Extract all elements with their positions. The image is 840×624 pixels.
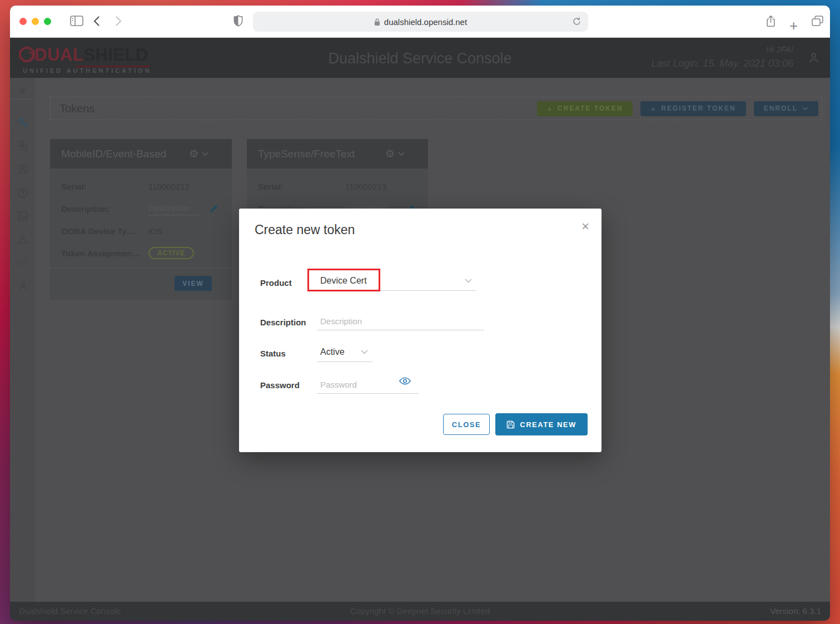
gear-icon: ⚙ xyxy=(385,148,395,159)
desktop-background: dualshield.opensid.net + DUALSHIELD UNIF… xyxy=(0,0,840,624)
status-label: Status xyxy=(260,349,286,358)
sidebar-toggle-icon[interactable] xyxy=(70,16,83,26)
field-label: Serial: xyxy=(61,182,148,191)
lock-icon xyxy=(374,18,380,26)
address-bar[interactable]: dualshield.opensid.net xyxy=(253,12,588,32)
app-footer: Dualshield Service Console Copyright © D… xyxy=(10,602,830,621)
view-button[interactable]: VIEW xyxy=(175,276,212,291)
tab-overview-icon[interactable] xyxy=(812,16,823,27)
reload-icon[interactable] xyxy=(572,17,581,26)
create-token-button[interactable]: + CREATE TOKEN xyxy=(537,101,633,116)
token-card: MobileID/Event-Based ⚙ Serial: 110000212… xyxy=(50,139,232,300)
logo-tagline: UNIFIED AUTHENTICATION xyxy=(23,67,152,74)
id-card-icon xyxy=(18,164,28,174)
modal-description-input[interactable] xyxy=(317,312,484,330)
card-settings[interactable]: ⚙ xyxy=(189,148,221,159)
tokens-title: Tokens xyxy=(59,102,95,115)
password-label: Password xyxy=(260,380,300,390)
field-row-assignment: Token Assignmen… ACTIVE xyxy=(61,242,221,264)
enroll-button[interactable]: ENROLL xyxy=(754,101,818,116)
product-label: Product xyxy=(260,278,292,288)
chevron-down-icon xyxy=(398,152,405,156)
grid-dots-icon xyxy=(18,259,27,266)
create-token-label: CREATE TOKEN xyxy=(558,105,623,112)
edit-pencil-icon[interactable] xyxy=(209,204,218,214)
tokens-panel-header: Tokens + CREATE TOKEN + REGISTER TOKEN E… xyxy=(50,97,822,120)
status-select-value: Active xyxy=(317,347,345,357)
plus-icon: + xyxy=(650,104,657,113)
modal-create-new-button[interactable]: CREATE NEW xyxy=(495,413,588,435)
product-select[interactable]: Device Cert xyxy=(317,271,476,291)
register-token-label: REGISTER TOKEN xyxy=(661,105,735,112)
modal-close-button[interactable]: CLOSE xyxy=(443,414,490,435)
register-token-button[interactable]: + REGISTER TOKEN xyxy=(640,101,745,116)
show-password-eye-icon[interactable] xyxy=(399,377,411,385)
token-card-header[interactable]: TypeSense/FreeText ⚙ xyxy=(247,139,428,169)
sidebar-item-help[interactable] xyxy=(10,181,35,204)
field-row-description: Description: xyxy=(61,197,221,220)
token-card-header[interactable]: MobileID/Event-Based ⚙ xyxy=(50,139,232,169)
minimize-window-button[interactable] xyxy=(32,18,39,25)
close-icon[interactable]: × xyxy=(581,220,589,233)
field-row-serial: Serial: 110000212 xyxy=(61,175,221,197)
sidebar-item-dice[interactable] xyxy=(10,134,35,157)
field-value: 110000213 xyxy=(345,182,386,191)
chevron-down-icon xyxy=(802,107,808,111)
sidebar-item-tokens[interactable] xyxy=(10,111,35,134)
url-text: dualshield.opensid.net xyxy=(384,17,467,27)
sidebar-item-image[interactable] xyxy=(10,204,35,227)
field-row-ooba: OOBA Device Ty… iOS xyxy=(61,220,221,242)
close-window-button[interactable] xyxy=(19,18,27,25)
new-tab-icon[interactable]: + xyxy=(789,17,798,34)
field-label: Serial: xyxy=(258,182,345,191)
account-person-icon[interactable] xyxy=(808,52,820,66)
dice-icon xyxy=(18,141,28,151)
sidebar-expand-icon[interactable]: » xyxy=(10,81,35,98)
product-select-value: Device Cert xyxy=(317,276,367,286)
person-icon xyxy=(18,281,28,291)
enroll-label: ENROLL xyxy=(764,105,798,112)
field-value: 110000212 xyxy=(148,182,190,191)
token-card-title: TypeSense/FreeText xyxy=(258,148,355,160)
plus-icon: + xyxy=(547,104,553,113)
token-card-title: MobileID/Event-Based xyxy=(61,148,166,160)
modal-title: Create new token xyxy=(255,222,355,237)
token-card-body: Serial: 110000212 Description: OOBA Devi… xyxy=(50,169,232,268)
gear-icon: ⚙ xyxy=(189,148,198,159)
token-card-footer: VIEW xyxy=(50,268,232,300)
sidebar-nav xyxy=(10,111,35,298)
create-token-modal: Create new token × Product Device Cert D… xyxy=(239,209,602,452)
tokens-actions: + CREATE TOKEN + REGISTER TOKEN ENROLL xyxy=(537,101,818,116)
user-greeting: Hi 2FA! xyxy=(766,44,793,54)
field-value: iOS xyxy=(148,226,162,236)
field-label: Token Assignmen… xyxy=(61,249,148,258)
sidebar-divider xyxy=(10,99,35,100)
left-sidebar: » xyxy=(10,78,35,602)
footer-copyright: Copyright © Deepnet Security Limited xyxy=(10,606,830,616)
status-select[interactable]: Active xyxy=(317,342,372,362)
sidebar-item-alerts[interactable] xyxy=(10,227,35,251)
card-settings[interactable]: ⚙ xyxy=(385,148,417,159)
chevron-down-icon xyxy=(465,279,472,283)
back-icon[interactable] xyxy=(93,16,100,26)
field-label: OOBA Device Ty… xyxy=(61,226,148,236)
sidebar-item-apps[interactable] xyxy=(10,251,35,274)
footer-version: Version: 6.3.1 xyxy=(770,606,821,616)
image-icon xyxy=(17,211,28,221)
privacy-shield-icon[interactable] xyxy=(233,15,243,27)
browser-toolbar: dualshield.opensid.net + xyxy=(10,6,830,38)
share-icon[interactable] xyxy=(766,15,776,27)
forward-icon[interactable] xyxy=(116,16,122,26)
description-label: Description xyxy=(260,318,306,327)
key-icon xyxy=(17,117,28,128)
description-input[interactable] xyxy=(148,202,201,215)
status-badge: ACTIVE xyxy=(148,247,194,259)
app-header: DUALSHIELD UNIFIED AUTHENTICATION Dualsh… xyxy=(10,38,830,78)
chevron-down-icon xyxy=(361,350,368,354)
zoom-window-button[interactable] xyxy=(44,18,51,25)
sidebar-item-users[interactable] xyxy=(10,274,35,298)
sidebar-item-id-card[interactable] xyxy=(10,157,35,181)
warning-icon xyxy=(17,235,28,244)
chevron-down-icon xyxy=(202,152,208,156)
field-row-serial: Serial: 110000213 xyxy=(258,175,417,197)
